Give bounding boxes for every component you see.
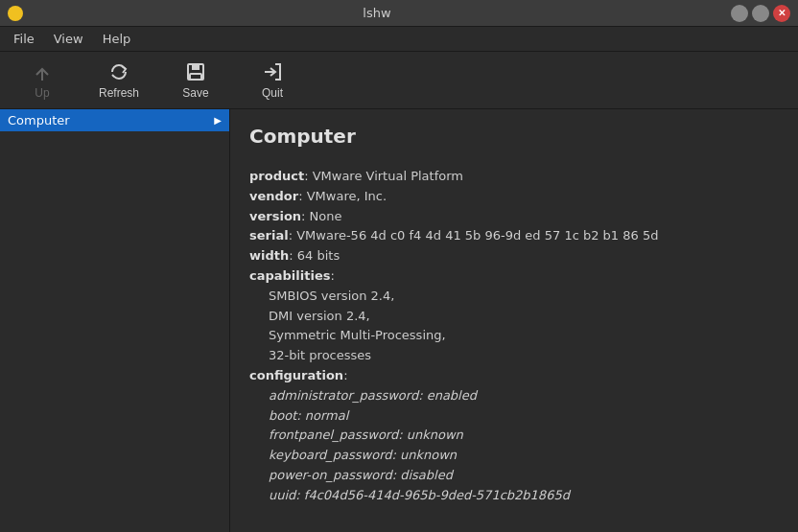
config-5: uuid: f4c04d56-414d-965b-9ded-571cb2b186… [269, 486, 779, 506]
maximize-button[interactable] [752, 5, 769, 22]
capabilities-list: SMBIOS version 2.4, DMI version 2.4, Sym… [249, 287, 779, 366]
config-2: frontpanel_password: unknown [269, 426, 779, 446]
minimize-button[interactable] [731, 5, 748, 22]
content-title: Computer [249, 125, 779, 148]
save-icon [185, 61, 206, 82]
field-version: version: None [249, 207, 779, 227]
config-4: power-on_password: disabled [269, 466, 779, 486]
cap-3: 32-bit processes [269, 346, 779, 366]
quit-button[interactable]: Quit [238, 56, 307, 105]
refresh-button[interactable]: Refresh [84, 56, 153, 105]
toolbar: Up Refresh Save Quit [0, 52, 798, 109]
up-button[interactable]: Up [8, 56, 77, 105]
content-area: Computer product: VMware Virtual Platfor… [230, 109, 798, 532]
quit-icon [262, 61, 283, 82]
sidebar-item-computer[interactable]: Computer ▶ [0, 109, 229, 131]
field-capabilities: capabilities: [249, 266, 779, 287]
menubar: File View Help [0, 27, 798, 52]
configuration-list: administrator_password: enabled boot: no… [249, 386, 779, 506]
save-button[interactable]: Save [161, 56, 230, 105]
field-product: product: VMware Virtual Platform [249, 167, 779, 187]
menu-file[interactable]: File [4, 30, 44, 48]
app-icon [8, 6, 23, 21]
window-title: lshw [363, 6, 390, 20]
menu-view[interactable]: View [44, 30, 93, 48]
cap-0: SMBIOS version 2.4, [269, 287, 779, 307]
sidebar: Computer ▶ [0, 109, 230, 532]
menu-help[interactable]: Help [93, 30, 141, 48]
cap-2: Symmetric Multi-Processing, [269, 326, 779, 346]
config-1: boot: normal [269, 406, 779, 427]
up-icon [32, 61, 53, 82]
svg-rect-2 [192, 64, 200, 70]
svg-rect-3 [190, 74, 201, 80]
refresh-icon [108, 61, 129, 82]
close-button[interactable]: ✕ [773, 5, 790, 22]
window-controls: ✕ [731, 5, 790, 22]
cap-1: DMI version 2.4, [269, 307, 779, 327]
config-0: administrator_password: enabled [269, 386, 779, 406]
main-area: Computer ▶ Computer product: VMware Virt… [0, 109, 798, 532]
field-configuration: configuration: [249, 366, 779, 386]
sidebar-item-label: Computer [8, 113, 70, 127]
field-serial: serial: VMware-56 4d c0 f4 4d 41 5b 96-9… [249, 226, 779, 246]
config-3: keyboard_password: unknown [269, 446, 779, 466]
field-width: width: 64 bits [249, 246, 779, 266]
field-vendor: vendor: VMware, Inc. [249, 187, 779, 207]
titlebar: lshw ✕ [0, 0, 798, 27]
arrow-icon: ▶ [214, 115, 222, 126]
